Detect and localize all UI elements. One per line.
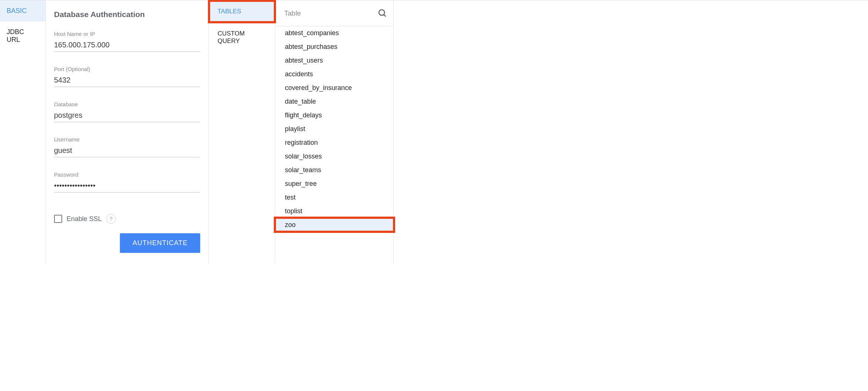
svg-point-0 (379, 10, 384, 15)
table-item[interactable]: abtest_users (275, 54, 393, 67)
table-search-row (275, 0, 393, 26)
auth-panel: Database Authentication Host Name or IP … (46, 0, 209, 263)
username-label: Username (54, 136, 200, 143)
connection-mode-jdbc-url[interactable]: JDBC URL (0, 21, 46, 50)
table-item[interactable]: registration (275, 136, 393, 150)
table-item[interactable]: playlist (275, 122, 393, 136)
enable-ssl-checkbox[interactable] (54, 215, 62, 223)
table-item[interactable]: date_table (275, 95, 393, 108)
table-item[interactable]: solar_losses (275, 150, 393, 163)
port-field: Port (Optional) (54, 66, 200, 87)
password-label: Password (54, 171, 200, 178)
app-container: BASICJDBC URL Database Authentication Ho… (0, 0, 868, 263)
auth-footer: AUTHENTICATE (54, 233, 200, 253)
table-item[interactable]: flight_delays (275, 108, 393, 122)
connection-mode-nav: BASICJDBC URL (0, 0, 46, 263)
table-item[interactable]: abtest_companies (275, 26, 393, 40)
database-input[interactable] (54, 110, 200, 122)
connection-mode-basic[interactable]: BASIC (0, 0, 46, 21)
ssl-row: Enable SSL ? (54, 214, 200, 224)
source-mode-custom-query[interactable]: CUSTOM QUERY (209, 23, 275, 52)
search-icon[interactable] (378, 9, 387, 18)
username-input[interactable] (54, 145, 200, 157)
password-input[interactable] (54, 180, 200, 193)
table-item[interactable]: abtest_purchases (275, 40, 393, 54)
source-mode-tables[interactable]: TABLES (209, 0, 275, 23)
table-item[interactable]: zoo (275, 218, 393, 232)
svg-line-1 (384, 14, 386, 16)
table-item[interactable]: super_tree (275, 177, 393, 191)
host-field: Host Name or IP (54, 31, 200, 52)
table-list: abtest_companiesabtest_purchasesabtest_u… (275, 26, 393, 232)
table-item[interactable]: toplist (275, 204, 393, 218)
table-item[interactable]: test (275, 191, 393, 204)
port-label: Port (Optional) (54, 66, 200, 72)
database-field: Database (54, 101, 200, 122)
table-panel: abtest_companiesabtest_purchasesabtest_u… (275, 0, 394, 263)
database-label: Database (54, 101, 200, 107)
table-search-input[interactable] (284, 9, 378, 17)
username-field: Username (54, 136, 200, 157)
enable-ssl-label: Enable SSL (67, 215, 102, 223)
host-input[interactable] (54, 39, 200, 52)
password-field: Password (54, 171, 200, 193)
source-mode-nav: TABLESCUSTOM QUERY (209, 0, 275, 263)
table-item[interactable]: accidents (275, 67, 393, 81)
port-input[interactable] (54, 74, 200, 87)
host-label: Host Name or IP (54, 31, 200, 37)
table-item[interactable]: solar_teams (275, 163, 393, 177)
auth-title: Database Authentication (54, 10, 200, 19)
table-item[interactable]: covered_by_insurance (275, 81, 393, 95)
help-icon[interactable]: ? (106, 214, 116, 224)
authenticate-button[interactable]: AUTHENTICATE (120, 233, 200, 253)
